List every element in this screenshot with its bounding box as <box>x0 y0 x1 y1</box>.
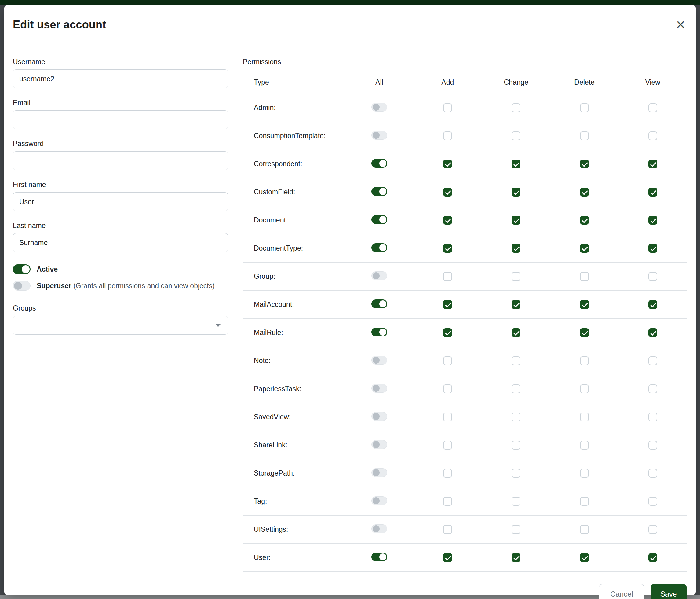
permission-delete-checkbox[interactable] <box>580 553 589 562</box>
permission-cell-delete <box>550 375 619 403</box>
permission-add-checkbox[interactable] <box>443 131 452 140</box>
permission-delete-checkbox[interactable] <box>580 328 589 337</box>
permission-delete-checkbox[interactable] <box>580 131 589 140</box>
permission-change-checkbox[interactable] <box>511 160 520 168</box>
permission-change-checkbox[interactable] <box>511 356 520 365</box>
permission-delete-checkbox[interactable] <box>580 356 589 365</box>
permission-view-checkbox[interactable] <box>648 160 657 168</box>
permission-add-checkbox[interactable] <box>443 103 452 112</box>
permission-view-checkbox[interactable] <box>648 413 657 422</box>
permission-change-checkbox[interactable] <box>511 497 520 506</box>
save-button[interactable]: Save <box>651 584 686 599</box>
permission-all-toggle[interactable] <box>371 243 387 252</box>
permission-add-checkbox[interactable] <box>443 300 452 309</box>
permission-view-checkbox[interactable] <box>648 188 657 196</box>
permission-all-toggle[interactable] <box>371 187 387 196</box>
password-input[interactable] <box>13 151 228 170</box>
permission-change-checkbox[interactable] <box>511 384 520 393</box>
permission-all-toggle[interactable] <box>371 412 387 421</box>
permission-view-checkbox[interactable] <box>648 300 657 309</box>
permission-view-checkbox[interactable] <box>648 497 657 506</box>
permission-all-toggle[interactable] <box>371 103 387 112</box>
permission-view-checkbox[interactable] <box>648 553 657 562</box>
permission-change-checkbox[interactable] <box>511 300 520 309</box>
permission-view-checkbox[interactable] <box>648 469 657 478</box>
permission-view-checkbox[interactable] <box>648 384 657 393</box>
groups-select[interactable] <box>13 316 228 335</box>
permission-change-checkbox[interactable] <box>511 131 520 140</box>
permission-change-checkbox[interactable] <box>511 188 520 196</box>
permission-delete-checkbox[interactable] <box>580 525 589 534</box>
permission-delete-checkbox[interactable] <box>580 497 589 506</box>
permission-change-checkbox[interactable] <box>511 553 520 562</box>
permission-delete-checkbox[interactable] <box>580 300 589 309</box>
permission-delete-checkbox[interactable] <box>580 469 589 478</box>
permission-add-checkbox[interactable] <box>443 384 452 393</box>
permission-add-checkbox[interactable] <box>443 413 452 422</box>
permission-delete-checkbox[interactable] <box>580 272 589 281</box>
permission-add-checkbox[interactable] <box>443 441 452 450</box>
permission-cell-change <box>482 94 550 122</box>
permission-delete-checkbox[interactable] <box>580 441 589 450</box>
username-input[interactable] <box>13 69 228 88</box>
last-name-input[interactable] <box>13 233 228 252</box>
permission-view-checkbox[interactable] <box>648 356 657 365</box>
permission-all-toggle[interactable] <box>371 159 387 168</box>
permission-delete-checkbox[interactable] <box>580 188 589 196</box>
permission-all-toggle[interactable] <box>371 215 387 224</box>
permission-change-checkbox[interactable] <box>511 272 520 281</box>
permission-add-checkbox[interactable] <box>443 469 452 478</box>
permission-all-toggle[interactable] <box>371 356 387 365</box>
permission-change-checkbox[interactable] <box>511 413 520 422</box>
permission-all-toggle[interactable] <box>371 384 387 393</box>
superuser-toggle[interactable] <box>13 281 30 291</box>
password-field-group: Password <box>13 140 228 170</box>
permission-delete-checkbox[interactable] <box>580 103 589 112</box>
permission-all-toggle[interactable] <box>371 328 387 336</box>
permission-view-checkbox[interactable] <box>648 244 657 253</box>
permission-view-checkbox[interactable] <box>648 216 657 224</box>
permission-add-checkbox[interactable] <box>443 188 452 196</box>
permission-all-toggle[interactable] <box>371 271 387 280</box>
cancel-button[interactable]: Cancel <box>599 584 644 599</box>
permission-change-checkbox[interactable] <box>511 441 520 450</box>
permission-all-toggle[interactable] <box>371 131 387 140</box>
permission-add-checkbox[interactable] <box>443 244 452 253</box>
permission-change-checkbox[interactable] <box>511 244 520 253</box>
first-name-input[interactable] <box>13 192 228 211</box>
email-input[interactable] <box>13 110 228 129</box>
permission-view-checkbox[interactable] <box>648 328 657 337</box>
permission-change-checkbox[interactable] <box>511 328 520 337</box>
permission-add-checkbox[interactable] <box>443 272 452 281</box>
permission-view-checkbox[interactable] <box>648 131 657 140</box>
permission-all-toggle[interactable] <box>371 468 387 477</box>
permission-add-checkbox[interactable] <box>443 356 452 365</box>
permission-change-checkbox[interactable] <box>511 469 520 478</box>
permission-all-toggle[interactable] <box>371 440 387 449</box>
permission-change-checkbox[interactable] <box>511 103 520 112</box>
permission-change-checkbox[interactable] <box>511 216 520 224</box>
permission-view-checkbox[interactable] <box>648 272 657 281</box>
permission-all-toggle[interactable] <box>371 496 387 505</box>
permission-delete-checkbox[interactable] <box>580 160 589 168</box>
permission-add-checkbox[interactable] <box>443 328 452 337</box>
permission-change-checkbox[interactable] <box>511 525 520 534</box>
permission-all-toggle[interactable] <box>371 300 387 308</box>
permission-delete-checkbox[interactable] <box>580 413 589 422</box>
permission-add-checkbox[interactable] <box>443 497 452 506</box>
permission-delete-checkbox[interactable] <box>580 244 589 253</box>
permission-all-toggle[interactable] <box>371 553 387 561</box>
permission-delete-checkbox[interactable] <box>580 216 589 224</box>
toggle-knob <box>379 160 386 167</box>
close-icon[interactable]: ✕ <box>674 19 687 30</box>
permission-add-checkbox[interactable] <box>443 160 452 168</box>
permission-view-checkbox[interactable] <box>648 441 657 450</box>
active-toggle[interactable] <box>13 264 30 274</box>
permission-view-checkbox[interactable] <box>648 103 657 112</box>
permission-add-checkbox[interactable] <box>443 553 452 562</box>
permission-add-checkbox[interactable] <box>443 216 452 224</box>
permission-view-checkbox[interactable] <box>648 525 657 534</box>
permission-all-toggle[interactable] <box>371 524 387 533</box>
permission-delete-checkbox[interactable] <box>580 384 589 393</box>
permission-add-checkbox[interactable] <box>443 525 452 534</box>
